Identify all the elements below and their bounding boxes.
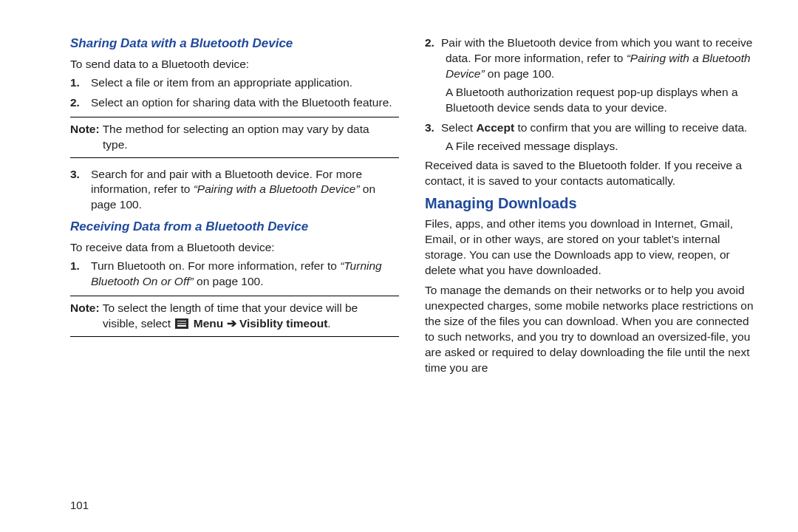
sharing-steps: 1.Select a file or item from an appropri… <box>70 75 399 111</box>
heading-sharing: Sharing Data with a Bluetooth Device <box>70 35 399 52</box>
body-text: Files, apps, and other items you downloa… <box>425 216 754 279</box>
right-column: 2.Pair with the Bluetooth device from wh… <box>425 35 754 517</box>
menu-icon <box>175 318 188 329</box>
page-number: 101 <box>70 498 89 513</box>
cross-ref: “Pairing with a Bluetooth Device” <box>194 183 360 195</box>
list-item: 1.Select a file or item from an appropri… <box>86 75 399 91</box>
note-label: Note: <box>70 123 100 135</box>
note-label: Note: <box>70 301 100 314</box>
left-column: Sharing Data with a Bluetooth Device To … <box>70 35 399 517</box>
list-item: 1.Turn Bluetooth on. For more informatio… <box>86 259 399 290</box>
note-block: Note: The method for selecting an option… <box>70 117 399 158</box>
receiving-steps: 1.Turn Bluetooth on. For more informatio… <box>70 259 399 290</box>
note-block: Note: To select the length of time that … <box>70 296 399 337</box>
intro-sharing: To send data to a Bluetooth device: <box>70 57 399 72</box>
sharing-steps-cont: 3.Search for and pair with a Bluetooth d… <box>70 167 399 214</box>
heading-receiving: Receiving Data from a Bluetooth Device <box>70 219 399 236</box>
list-item: 2.Pair with the Bluetooth device from wh… <box>425 35 754 116</box>
list-item: 2.Select an option for sharing data with… <box>86 95 399 111</box>
list-item: 3.Search for and pair with a Bluetooth d… <box>86 167 399 214</box>
intro-receiving: To receive data from a Bluetooth device: <box>70 240 399 256</box>
heading-managing-downloads: Managing Downloads <box>425 194 754 214</box>
arrow-icon: ➔ <box>227 317 236 330</box>
body-text: To manage the demands on their networks … <box>425 283 754 376</box>
received-data-para: Received data is saved to the Bluetooth … <box>425 158 754 189</box>
list-item: 3.Select Accept to confirm that you are … <box>425 120 754 154</box>
